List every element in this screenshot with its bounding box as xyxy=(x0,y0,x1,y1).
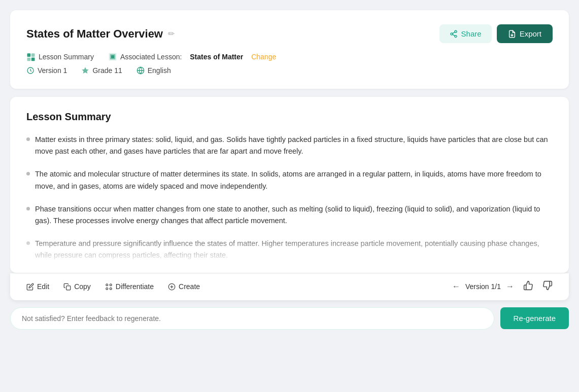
language-icon xyxy=(137,66,145,75)
svg-point-18 xyxy=(110,288,112,290)
share-icon xyxy=(450,30,458,38)
lesson-type-meta: Lesson Summary xyxy=(26,52,94,61)
bullet-list: Matter exists in three primary states: s… xyxy=(26,134,553,262)
bullet-item-3: Phase transitions occur when matter chan… xyxy=(26,203,553,227)
svg-rect-16 xyxy=(66,286,71,290)
prev-version-button[interactable]: ← xyxy=(452,282,460,291)
bullet-dot-2 xyxy=(26,172,30,175)
version-nav: ← Version 1/1 → xyxy=(452,282,514,291)
copy-button[interactable]: Copy xyxy=(63,282,91,291)
language-meta: English xyxy=(137,66,171,75)
page-title: States of Matter Overview xyxy=(26,27,163,41)
header-card: States of Matter Overview ✏ Share Export… xyxy=(10,10,569,89)
title-group: States of Matter Overview ✏ xyxy=(26,27,175,41)
svg-line-4 xyxy=(452,32,455,33)
toolbar-right: ← Version 1/1 → xyxy=(452,280,553,293)
bullet-dot-1 xyxy=(26,137,30,141)
create-button[interactable]: Create xyxy=(168,282,200,291)
content-card: Lesson Summary Matter exists in three pr… xyxy=(10,97,569,273)
version-meta: Version 1 xyxy=(26,66,67,75)
create-label: Create xyxy=(179,282,200,291)
meta-primary-row: Lesson Summary Associated Lesson: States… xyxy=(26,52,553,61)
bullet-text-1: Matter exists in three primary states: s… xyxy=(35,134,553,157)
svg-rect-6 xyxy=(27,53,31,57)
lesson-summary-icon xyxy=(26,52,36,61)
create-icon xyxy=(168,283,176,291)
differentiate-icon xyxy=(105,283,113,291)
toolbar: Edit Copy Differentiate Create ← Version… xyxy=(10,273,569,300)
edit-label: Edit xyxy=(37,282,49,291)
svg-rect-8 xyxy=(27,58,31,61)
copy-label: Copy xyxy=(74,282,91,291)
bullet-dot-4 xyxy=(26,241,30,245)
regenerate-button[interactable]: Re-generate xyxy=(500,307,569,329)
grade-icon xyxy=(81,66,89,75)
edit-icon[interactable]: ✏ xyxy=(168,29,175,39)
thumbs-up-button[interactable] xyxy=(523,280,533,293)
svg-rect-9 xyxy=(31,58,35,61)
svg-point-20 xyxy=(106,288,108,290)
svg-marker-14 xyxy=(82,67,89,74)
feedback-input[interactable] xyxy=(10,307,494,330)
bullet-text-3: Phase transitions occur when matter chan… xyxy=(35,203,553,227)
edit-button[interactable]: Edit xyxy=(26,282,49,291)
svg-point-17 xyxy=(106,283,108,286)
grade-meta: Grade 11 xyxy=(81,66,122,75)
lesson-summary-title: Lesson Summary xyxy=(26,111,553,123)
export-label: Export xyxy=(520,29,541,38)
differentiate-label: Differentiate xyxy=(116,282,154,291)
version-label: Version 1 xyxy=(38,66,67,75)
svg-point-19 xyxy=(110,283,112,286)
bullet-text-2: The atomic and molecular structure of ma… xyxy=(35,168,553,192)
meta-secondary-row: Version 1 Grade 11 English xyxy=(26,66,553,75)
toolbar-left: Edit Copy Differentiate Create xyxy=(26,282,200,291)
version-icon xyxy=(26,66,35,75)
share-button[interactable]: Share xyxy=(439,24,492,43)
svg-rect-7 xyxy=(31,53,35,57)
thumbs-up-icon xyxy=(523,280,533,291)
bullet-item-2: The atomic and molecular structure of ma… xyxy=(26,168,553,192)
associated-lesson-meta: Associated Lesson: States of Matter Chan… xyxy=(108,52,276,61)
bullet-item-4: Temperature and pressure significantly i… xyxy=(26,238,553,261)
bullet-item-1: Matter exists in three primary states: s… xyxy=(26,134,553,157)
associated-lesson-name: States of Matter xyxy=(190,53,243,61)
grade-label: Grade 11 xyxy=(92,66,122,75)
svg-rect-12 xyxy=(111,55,114,58)
thumbs-down-icon xyxy=(542,280,553,291)
version-indicator: Version 1/1 xyxy=(465,282,501,291)
edit-icon xyxy=(26,283,34,291)
share-label: Share xyxy=(461,29,482,38)
next-version-button[interactable]: → xyxy=(506,282,514,291)
associated-lesson-icon xyxy=(108,52,117,61)
associated-prefix: Associated Lesson: xyxy=(120,53,182,61)
feedback-row: Re-generate xyxy=(10,307,569,336)
thumbs-down-button[interactable] xyxy=(542,280,553,293)
header-row: States of Matter Overview ✏ Share Export xyxy=(26,24,553,43)
copy-icon xyxy=(63,283,71,291)
action-buttons: Share Export xyxy=(439,24,553,43)
svg-line-3 xyxy=(452,34,455,36)
export-button[interactable]: Export xyxy=(497,24,553,43)
export-icon xyxy=(508,30,516,38)
differentiate-button[interactable]: Differentiate xyxy=(105,282,154,291)
lesson-type-label: Lesson Summary xyxy=(39,53,94,61)
bullet-text-4: Temperature and pressure significantly i… xyxy=(35,238,553,261)
content-section: Lesson Summary Matter exists in three pr… xyxy=(10,97,569,336)
bullet-dot-3 xyxy=(26,207,30,210)
content-wrapper: Lesson Summary Matter exists in three pr… xyxy=(26,111,553,262)
language-label: English xyxy=(148,66,171,75)
change-link[interactable]: Change xyxy=(251,53,276,61)
